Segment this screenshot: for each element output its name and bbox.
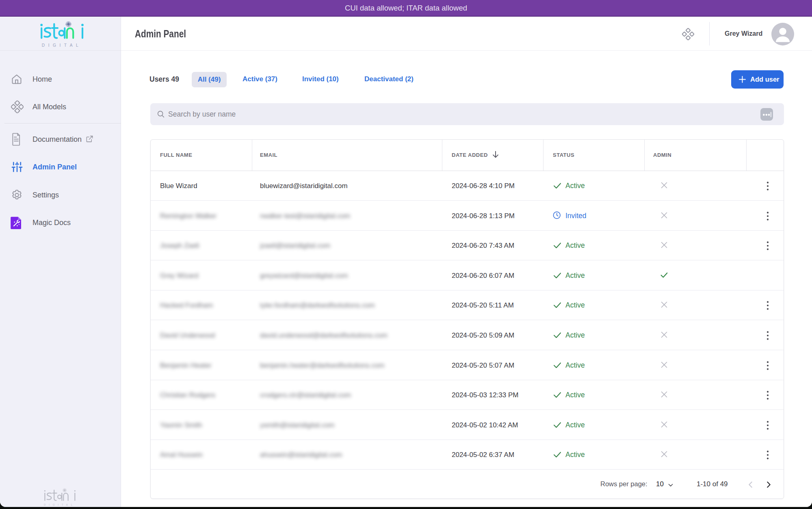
svg-text:DIGITAL: DIGITAL — [42, 43, 82, 48]
svg-text:DIGITAL: DIGITAL — [44, 503, 76, 506]
